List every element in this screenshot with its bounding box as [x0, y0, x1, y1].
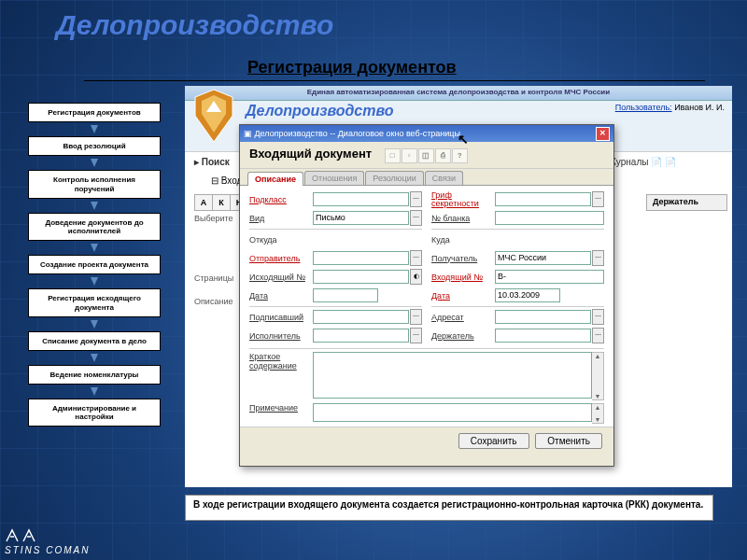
lookup-icon[interactable]: ⋯ [592, 328, 604, 343]
inp-data-l[interactable] [313, 288, 378, 302]
vyberite: Выберите [194, 214, 233, 223]
ta-prim[interactable] [313, 403, 592, 422]
window-icon: ▣ [244, 129, 252, 138]
table-header-col: Держатель [646, 194, 727, 211]
arrow-down-icon [91, 320, 98, 329]
step-btn[interactable]: Ведение номенклатуры [28, 365, 161, 385]
opis-label: Описание [194, 297, 233, 306]
lookup-icon[interactable]: ⋯ [410, 328, 422, 343]
lookup-icon[interactable]: ⋯ [410, 210, 422, 226]
inp-data-r[interactable]: 10.03.2009 [495, 288, 560, 302]
toolbar-help-icon[interactable]: ? [452, 148, 468, 163]
lbl-adresat: Адресат [431, 313, 495, 322]
scrollbar[interactable]: ▲▼ [592, 352, 604, 400]
lbl-podklass: Подкласс [249, 195, 313, 204]
step-btn[interactable]: Администрирование и настройки [28, 399, 161, 427]
toolbar-save-icon[interactable]: ▫ [402, 148, 417, 163]
lbl-ishno: Исходящий № [249, 273, 313, 282]
lbl-vid: Вид [249, 214, 313, 223]
cancel-button[interactable]: Отменить [535, 433, 602, 449]
journals-label: Журналы 📄 📄 [608, 157, 676, 167]
caption: В ходе регистрации входящего документа с… [185, 495, 713, 521]
inp-ispoln[interactable] [313, 329, 409, 343]
tab-description[interactable]: Описание [247, 172, 303, 186]
arrow-down-icon [91, 387, 98, 396]
step-btn[interactable]: Доведение документов до исполнителей [28, 213, 161, 241]
vhod: ⊟ Вход [211, 175, 242, 186]
close-icon[interactable]: ✕ [596, 127, 610, 141]
step-btn[interactable]: Контроль исполнения поручений [28, 170, 161, 198]
lbl-ispoln: Исполнитель [249, 331, 313, 341]
arrow-down-icon [91, 277, 98, 286]
step-btn[interactable]: Списание документа в дело [28, 331, 161, 351]
lookup-icon[interactable]: ⋯ [410, 191, 422, 207]
slide-title: Делопроизводство [56, 9, 333, 41]
toolbar-new-icon[interactable]: □ [385, 148, 401, 163]
search-header: ▸ Поиск [194, 157, 230, 167]
arrow-down-icon [91, 354, 98, 362]
dialog-header: Входящий документ □▫◫⎙? ↖ [240, 142, 613, 169]
save-button[interactable]: Сохранить [458, 433, 529, 449]
inp-vhno[interactable]: В- [495, 270, 604, 284]
tabs: Описание Отношения Резолюции Связи [240, 169, 613, 186]
divider [84, 80, 705, 81]
user-info: Пользователь: Иванов И. И. [615, 103, 725, 112]
inp-derzh[interactable] [495, 329, 591, 343]
lookup-icon[interactable]: ⋯ [410, 309, 422, 325]
add-icon[interactable]: ◐ [410, 269, 422, 285]
lookup-icon[interactable]: ⋯ [592, 309, 604, 325]
lbl-data-l: Дата [249, 291, 313, 301]
lbl-kuda: Куда [431, 235, 495, 245]
lookup-icon[interactable]: ⋯ [592, 191, 604, 207]
inp-vid[interactable]: Письмо [313, 211, 409, 225]
inp-podpis[interactable] [313, 310, 409, 324]
app-header: Единая автоматизированная система делопр… [185, 86, 732, 101]
lbl-podpis: Подписавший [249, 313, 313, 322]
inp-podklass[interactable] [313, 192, 409, 206]
tab-relations[interactable]: Отношения [304, 171, 364, 185]
slide-subtitle: Регистрация документов [247, 58, 457, 77]
toolbar-copy-icon[interactable]: ◫ [418, 148, 434, 163]
footer-logo: STINS COMAN [5, 528, 90, 555]
tab-links[interactable]: Связи [425, 171, 463, 185]
arrow-down-icon [91, 125, 98, 133]
dialog: ▣ Делопроизводство -- Диалоговое окно ве… [239, 124, 614, 467]
user-label[interactable]: Пользователь: [615, 103, 672, 112]
lbl-blank: № бланка [431, 214, 495, 223]
lbl-grif: Гриф секретности [431, 191, 495, 208]
lbl-derzh: Держатель [431, 331, 495, 341]
toolbar: □▫◫⎙? [385, 147, 469, 163]
emblem-icon [190, 88, 237, 144]
inp-grif[interactable] [495, 192, 591, 206]
lbl-data-r: Дата [431, 291, 495, 301]
lookup-icon[interactable]: ⋯ [410, 250, 422, 266]
lbl-prim: Примечание [249, 403, 313, 422]
inp-adresat[interactable] [495, 310, 591, 324]
lbl-otkuda: Откуда [249, 235, 313, 245]
inp-otprav[interactable] [313, 251, 409, 265]
ta-kratk[interactable] [313, 352, 592, 399]
app-logo-text: Делопроизводство [246, 103, 394, 119]
lbl-poluch: Получатель [431, 254, 495, 263]
tab-resolutions[interactable]: Резолюции [365, 171, 423, 185]
step-btn[interactable]: Регистрация документов [28, 103, 161, 122]
lookup-icon[interactable]: ⋯ [592, 250, 604, 266]
lbl-vhno: Входящий № [431, 273, 495, 282]
cursor-icon: ↖ [458, 132, 469, 147]
dialog-titlebar[interactable]: ▣ Делопроизводство -- Диалоговое окно ве… [240, 125, 613, 142]
arrow-down-icon [91, 202, 98, 210]
lbl-kratk: Краткое содержание [249, 352, 313, 400]
process-sidebar: Регистрация документов Ввод резолюций Ко… [28, 103, 161, 429]
inp-blank[interactable] [495, 211, 604, 225]
arrow-down-icon [91, 244, 98, 252]
lbl-otprav: Отправитель [249, 254, 313, 263]
step-btn[interactable]: Регистрация исходящего документа [28, 288, 161, 316]
inp-ishno[interactable] [313, 270, 409, 284]
inp-poluch[interactable]: МЧС России [495, 251, 591, 265]
scrollbar[interactable]: ▲▼ [592, 403, 604, 424]
pages-label: Страницы [194, 273, 233, 283]
step-btn[interactable]: Создание проекта документа [28, 255, 161, 274]
toolbar-print-icon[interactable]: ⎙ [435, 148, 451, 163]
step-btn[interactable]: Ввод резолюций [28, 136, 161, 156]
arrow-down-icon [91, 159, 98, 167]
